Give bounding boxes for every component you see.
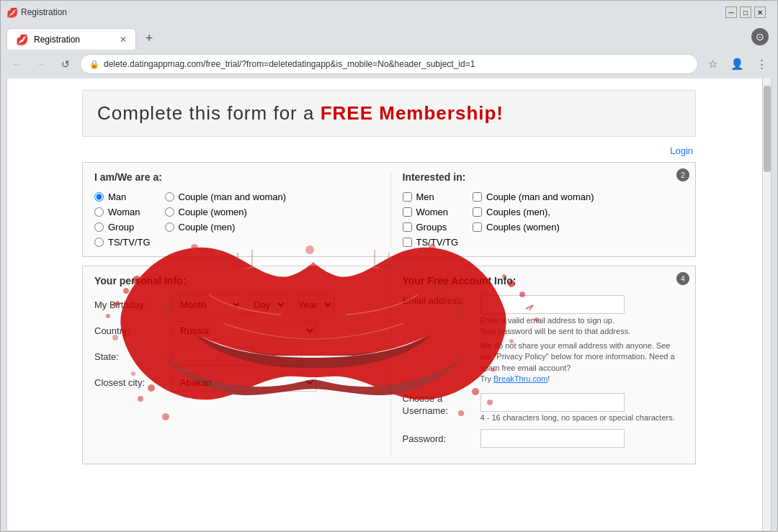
check-couple-mw[interactable]: Couple (man and woman) — [473, 191, 594, 202]
section2-number: 2 — [676, 168, 689, 181]
title-bar-text: Registration — [21, 7, 67, 17]
state-input[interactable] — [172, 347, 302, 366]
radio-group-input[interactable] — [94, 222, 104, 232]
heading-prefix: Complete this form for a — [97, 102, 321, 124]
close-button[interactable]: ✕ — [754, 6, 766, 18]
check-tstv-label: TS/TV/TG — [416, 237, 459, 248]
profile-avatar-icon: ⊙ — [756, 31, 764, 42]
breakthru-link[interactable]: BreakThru.com — [493, 374, 547, 383]
radio-woman-label: Woman — [108, 207, 140, 217]
country-row: Country: Russia United States Canada Ger… — [94, 321, 376, 340]
email-hint2: Your password will be sent to that addre… — [480, 326, 684, 337]
radio-couple-m-input[interactable] — [165, 222, 174, 232]
email-input[interactable] — [480, 295, 625, 314]
username-hint: 4 - 16 characters long, no spaces or spe… — [480, 413, 675, 422]
birthday-row: My Birthday: Month JanuaryFebruaryMarchA… — [94, 295, 376, 314]
section4-number: 4 — [676, 272, 689, 285]
check-couples-men-input[interactable] — [473, 207, 482, 217]
email-field-group: Enter a valid email address to sign up. … — [480, 295, 684, 384]
radio-woman[interactable]: Woman — [94, 207, 151, 217]
scrollbar-thumb[interactable] — [764, 86, 771, 172]
radio-couple-w[interactable]: Couple (women) — [165, 207, 287, 217]
radio-woman-input[interactable] — [94, 207, 104, 217]
minimize-button[interactable]: ─ — [725, 6, 737, 18]
username-input[interactable] — [480, 393, 625, 412]
radio-couple-m-label: Couple (men) — [179, 222, 236, 233]
city-row: Closest city: Abakan Moscow Saint Peters… — [94, 373, 376, 392]
account-col: 4 Your Free Account Info: Email address:… — [390, 275, 684, 455]
window-controls[interactable]: ─ □ ✕ — [725, 6, 766, 18]
tab-title: Registration — [34, 35, 80, 45]
form-sections: 1 I am/We are a: Man — [82, 162, 696, 464]
interested-options-cols: Men Women Groups — [403, 191, 684, 248]
iam-couple-group: Couple (man and woman) Couple (women) Co… — [165, 191, 287, 248]
new-tab-button[interactable]: + — [139, 28, 159, 48]
login-link[interactable]: Login — [670, 145, 693, 156]
check-women[interactable]: Women — [403, 207, 459, 217]
page-content: Complete this form for a FREE Membership… — [6, 78, 772, 531]
tab-favicon-icon: 💋 — [16, 34, 28, 45]
interested-col: 2 Interested in: Men — [390, 171, 684, 248]
country-select[interactable]: Russia United States Canada Germany Fran… — [172, 321, 316, 340]
radio-couple-w-input[interactable] — [165, 207, 174, 217]
menu-icon[interactable]: ⋮ — [751, 54, 772, 74]
scrollbar[interactable] — [762, 78, 771, 531]
bookmark-star-icon[interactable]: ☆ — [702, 54, 723, 74]
back-button[interactable]: ← — [6, 54, 27, 74]
radio-man-label: Man — [108, 191, 126, 202]
reload-button[interactable]: ↺ — [55, 54, 76, 74]
check-tstv-input[interactable] — [403, 238, 412, 247]
personal-header: Your personal Info: — [94, 275, 376, 287]
check-groups[interactable]: Groups — [403, 222, 459, 233]
birthday-month-select[interactable]: Month JanuaryFebruaryMarchApril MayJuneJ… — [172, 295, 243, 314]
maximize-button[interactable]: □ — [740, 6, 751, 18]
birthday-label: My Birthday: — [94, 299, 166, 310]
tab-close-button[interactable]: ✕ — [120, 35, 127, 45]
radio-couple-mw-input[interactable] — [165, 192, 174, 202]
radio-tstv-label: TS/TV/TG — [108, 237, 151, 248]
forward-button[interactable]: → — [31, 54, 51, 74]
city-select[interactable]: Abakan Moscow Saint Petersburg Novosibir… — [172, 373, 316, 392]
interested-couple-group: Couple (man and woman) Couples (men), Co… — [473, 191, 594, 248]
radio-group[interactable]: Group — [94, 222, 151, 233]
interested-checkbox-group: Men Women Groups — [403, 191, 459, 248]
active-tab[interactable]: 💋 Registration ✕ — [6, 28, 136, 50]
birthday-day-select[interactable]: Day — [246, 295, 287, 314]
username-field-group: 4 - 16 characters long, no spaces or spe… — [480, 393, 675, 422]
check-men-input[interactable] — [403, 192, 412, 202]
address-bar[interactable]: 🔒 delete.datingappmag.com/free_trial/?fr… — [80, 54, 698, 74]
iam-col: 1 I am/We are a: Man — [94, 171, 376, 248]
inner-page: Complete this form for a FREE Membership… — [65, 78, 713, 476]
radio-man[interactable]: Man — [94, 191, 151, 202]
check-women-label: Women — [416, 207, 449, 217]
radio-couple-m[interactable]: Couple (men) — [165, 222, 287, 233]
check-couples-men[interactable]: Couples (men), — [473, 207, 594, 217]
iam-header: I am/We are a: — [94, 171, 376, 183]
address-bar-row: ← → ↺ 🔒 delete.datingappmag.com/free_tri… — [1, 50, 777, 78]
password-label: Password: — [403, 433, 475, 444]
account-header: Your Free Account Info: — [403, 275, 684, 287]
email-hint4: Try BreakThru.com! — [480, 374, 684, 384]
radio-tstv-input[interactable] — [94, 238, 104, 247]
check-men[interactable]: Men — [403, 191, 459, 202]
radio-couple-mw[interactable]: Couple (man and woman) — [165, 191, 287, 202]
password-row: Password: — [403, 429, 684, 448]
check-couples-women-input[interactable] — [473, 222, 482, 232]
check-couple-mw-input[interactable] — [473, 192, 482, 202]
check-men-label: Men — [416, 191, 434, 202]
check-tstv[interactable]: TS/TV/TG — [403, 237, 459, 248]
check-women-input[interactable] — [403, 207, 412, 217]
username-label: Choose a Username: — [403, 393, 475, 418]
username-row: Choose a Username: 4 - 16 characters lon… — [403, 393, 684, 422]
email-hint3: We do not share your email address with … — [480, 341, 684, 374]
password-input[interactable] — [480, 429, 625, 448]
check-couples-women[interactable]: Couples (women) — [473, 222, 594, 233]
email-hint1: Enter a valid email address to sign up. — [480, 315, 684, 326]
iam-options-cols: Man Woman Group — [94, 191, 376, 248]
check-groups-input[interactable] — [403, 222, 412, 232]
account-icon[interactable]: 👤 — [727, 54, 747, 74]
country-label: Country: — [94, 325, 166, 336]
radio-man-input[interactable] — [94, 192, 104, 202]
birthday-year-select[interactable]: Year — [290, 295, 334, 314]
radio-tstv[interactable]: TS/TV/TG — [94, 237, 151, 248]
